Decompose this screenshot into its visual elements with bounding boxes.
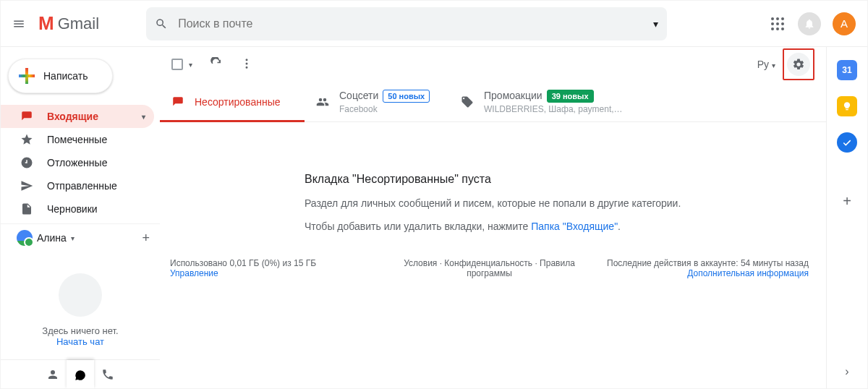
- sidebar-item-inbox[interactable]: Входящие ▾: [1, 105, 154, 128]
- user-avatar-icon: [17, 230, 33, 246]
- contacts-tab[interactable]: [39, 360, 67, 389]
- new-chat-button[interactable]: +: [142, 231, 150, 246]
- right-rail: 31 + ›: [827, 47, 867, 388]
- send-icon: [20, 179, 34, 192]
- sidebar: Написать Входящие ▾ Помеченные Отложенны…: [1, 47, 160, 388]
- sidebar-item-snoozed[interactable]: Отложенные: [1, 151, 160, 174]
- search-icon: [155, 17, 168, 30]
- empty-title: Вкладка "Несортированные" пуста: [305, 173, 797, 186]
- collapse-rail-icon[interactable]: ›: [845, 365, 848, 378]
- tab-subtitle: WILDBERRIES, Шафа, payment,…: [484, 104, 623, 114]
- storage-manage-link[interactable]: Управление: [170, 268, 383, 278]
- clock-icon: [20, 156, 34, 169]
- keep-addon[interactable]: [837, 96, 857, 116]
- sidebar-item-label: Входящие: [47, 111, 98, 122]
- more-button[interactable]: [240, 57, 253, 72]
- chevron-down-icon[interactable]: ▾: [142, 113, 145, 121]
- sidebar-item-label: Отложенные: [47, 157, 107, 168]
- compose-label: Написать: [43, 70, 88, 82]
- tab-promotions[interactable]: Промоакции39 новых WILDBERRIES, Шафа, pa…: [449, 82, 634, 121]
- empty-hint: Чтобы добавить или удалить вкладки, нажм…: [305, 221, 797, 232]
- star-icon: [20, 133, 34, 146]
- account-avatar[interactable]: А: [833, 12, 856, 35]
- notifications-icon[interactable]: [798, 12, 821, 35]
- hangouts-tabs: [1, 359, 160, 388]
- settings-button[interactable]: [787, 53, 810, 76]
- tasks-addon[interactable]: [837, 132, 857, 153]
- badge-new: 50 новых: [383, 90, 430, 103]
- category-tabs: Несортированные Соцсети50 новых Facebook…: [160, 82, 826, 122]
- main-area: ▾ Ру ▾ Несортированные: [160, 47, 827, 388]
- sidebar-item-label: Помеченные: [47, 134, 107, 145]
- tab-label: Промоакции: [484, 90, 542, 101]
- hangouts-user[interactable]: Алина ▾ +: [1, 223, 160, 252]
- empty-state: Вкладка "Несортированные" пуста Раздел д…: [160, 122, 826, 247]
- file-icon: [20, 202, 34, 215]
- compose-button[interactable]: Написать: [8, 59, 113, 93]
- activity-details-link[interactable]: Дополнительная информация: [596, 268, 809, 278]
- sidebar-item-sent[interactable]: Отправленные: [1, 174, 160, 197]
- gear-icon: [792, 58, 805, 71]
- gmail-logo-icon: M: [38, 12, 54, 35]
- inbox-icon: [20, 110, 34, 123]
- hangouts-empty-text: Здесь ничего нет.: [42, 325, 118, 336]
- footer-links[interactable]: Условия · Конфиденциальность · Правила п…: [383, 258, 595, 278]
- sidebar-item-starred[interactable]: Помеченные: [1, 128, 160, 151]
- empty-desc: Раздел для личных сообщений и писем, кот…: [305, 197, 797, 209]
- speech-bubble-icon: [59, 273, 102, 317]
- settings-highlight: [783, 48, 814, 80]
- chevron-down-icon: ▾: [71, 234, 75, 242]
- tab-label: Соцсети: [339, 90, 378, 101]
- gmail-logo-text: Gmail: [58, 14, 99, 33]
- last-activity: Последние действия в аккаунте: 54 минуты…: [596, 258, 809, 268]
- chat-tab[interactable]: [67, 360, 94, 389]
- search-box[interactable]: ▾: [146, 7, 667, 40]
- phone-tab[interactable]: [94, 360, 122, 389]
- refresh-button[interactable]: [210, 57, 223, 72]
- plus-icon: [19, 68, 35, 84]
- google-apps-icon[interactable]: [769, 15, 786, 33]
- tab-label: Несортированные: [195, 96, 281, 108]
- user-name-label: Алина: [37, 232, 67, 244]
- select-all-checkbox[interactable]: [171, 59, 183, 70]
- header-bar: M Gmail ▾ А: [1, 1, 867, 47]
- main-menu-icon[interactable]: [12, 15, 30, 33]
- storage-used: Использовано 0,01 ГБ (0%) из 15 ГБ: [170, 258, 383, 268]
- input-language[interactable]: Ру ▾: [757, 59, 775, 70]
- search-options-icon[interactable]: ▾: [653, 18, 658, 30]
- tab-subtitle: Facebook: [339, 104, 430, 114]
- toolbar: ▾ Ру ▾: [160, 47, 826, 82]
- select-dropdown-icon[interactable]: ▾: [189, 61, 192, 69]
- calendar-addon[interactable]: 31: [837, 60, 857, 80]
- sidebar-item-label: Отправленные: [47, 180, 117, 192]
- sidebar-item-label: Черновики: [47, 203, 98, 215]
- sidebar-item-drafts[interactable]: Черновики: [1, 197, 160, 221]
- tag-icon: [461, 95, 474, 108]
- footer: Использовано 0,01 ГБ (0%) из 15 ГБ Управ…: [160, 247, 826, 290]
- people-icon: [316, 95, 329, 108]
- tab-social[interactable]: Соцсети50 новых Facebook: [305, 82, 449, 121]
- badge-new: 39 новых: [547, 90, 594, 103]
- tab-primary[interactable]: Несортированные: [160, 82, 305, 121]
- inbox-icon: [171, 95, 184, 108]
- search-input[interactable]: [178, 17, 653, 30]
- get-addons-button[interactable]: +: [843, 193, 851, 210]
- hangouts-empty-state: Здесь ничего нет. Начать чат: [1, 273, 160, 347]
- start-chat-link[interactable]: Начать чат: [56, 336, 104, 347]
- inbox-settings-link[interactable]: Папка "Входящие": [531, 221, 618, 232]
